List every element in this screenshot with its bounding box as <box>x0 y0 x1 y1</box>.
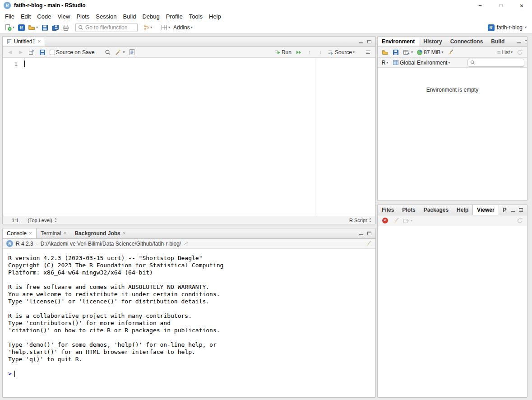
filetype-selector[interactable]: R Script <box>349 218 372 223</box>
menu-item[interactable]: Tools <box>186 11 206 22</box>
open-directory-icon[interactable] <box>184 241 189 246</box>
line-number: 1 <box>3 60 18 68</box>
tab-console[interactable]: Console × <box>3 228 37 238</box>
language-selector[interactable]: R ▾ <box>380 58 389 68</box>
console-tabbar: Console × Terminal × Background Jobs × <box>3 228 375 239</box>
run-button[interactable]: Run <box>273 47 292 57</box>
source-on-save-label: Source on Save <box>56 49 94 56</box>
tab-files[interactable]: Files <box>378 205 398 215</box>
project-menu-button[interactable]: R fatih-r-blog ▾ <box>488 24 528 31</box>
menu-bar: FileEditCodeViewPlotsSessionBuildDebugPr… <box>0 11 532 22</box>
tab-viewer[interactable]: Viewer <box>472 205 499 215</box>
popout-icon <box>28 49 35 55</box>
maximize-pane-icon[interactable] <box>367 40 371 43</box>
maximize-button[interactable]: □ <box>490 0 511 11</box>
tab-presentation[interactable]: Presentation <box>499 205 507 215</box>
tab-history[interactable]: History <box>419 37 446 47</box>
console-prompt-line[interactable]: > <box>3 370 375 377</box>
scope-selector[interactable]: (Top Level) <box>28 218 57 223</box>
source-on-save-checkbox[interactable]: Source on Save <box>49 47 95 57</box>
import-dataset-button[interactable]: ▾ <box>402 47 414 57</box>
menu-item[interactable]: File <box>2 11 18 22</box>
menu-item[interactable]: Plots <box>73 11 93 22</box>
popout-button[interactable] <box>27 47 36 57</box>
stop-viewer-button[interactable]: × <box>380 216 389 226</box>
back-button[interactable]: ◀ <box>5 47 14 57</box>
environment-pane: Environment History Connections Build Gi… <box>377 36 527 201</box>
tab-git[interactable]: Git <box>509 37 513 47</box>
find-replace-button[interactable] <box>103 47 112 57</box>
close-icon[interactable]: × <box>29 231 32 236</box>
minimize-pane-icon[interactable] <box>517 40 521 43</box>
minimize-pane-icon[interactable] <box>359 232 363 235</box>
forward-button[interactable]: ▶ <box>16 47 25 57</box>
chevron-down-icon: ▾ <box>411 219 412 223</box>
close-icon[interactable]: × <box>37 39 41 44</box>
load-workspace-button[interactable] <box>380 47 389 57</box>
outline-button[interactable] <box>364 47 373 57</box>
source-statusbar: 1:1 (Top Level) R Script <box>3 216 375 224</box>
prev-section-button[interactable]: ↑ <box>305 47 314 57</box>
close-icon[interactable]: × <box>123 231 126 236</box>
menu-item[interactable]: Build <box>120 11 139 22</box>
rerun-button[interactable] <box>294 47 303 57</box>
menu-item[interactable]: Edit <box>18 11 34 22</box>
maximize-pane-icon[interactable] <box>519 208 523 212</box>
menu-item[interactable]: Session <box>93 11 120 22</box>
maximize-pane-icon[interactable] <box>525 40 527 43</box>
chevron-down-icon: ▾ <box>411 51 413 54</box>
minimize-pane-icon[interactable] <box>359 40 363 43</box>
tab-terminal[interactable]: Terminal × <box>37 228 70 238</box>
save-workspace-button[interactable] <box>391 47 400 57</box>
new-project-button[interactable]: R <box>17 23 26 33</box>
code-editor[interactable]: 1 <box>3 58 375 216</box>
tab-environment[interactable]: Environment <box>378 37 419 47</box>
menu-item[interactable]: View <box>54 11 73 22</box>
console-output[interactable]: R version 4.2.3 (2023-03-15 ucrt) -- "Sh… <box>3 249 375 370</box>
tab-build[interactable]: Build <box>487 37 509 47</box>
menu-item[interactable]: Profile <box>163 11 186 22</box>
menu-item[interactable]: Help <box>206 11 224 22</box>
refresh-button[interactable] <box>515 47 524 57</box>
refresh-button[interactable] <box>515 216 524 226</box>
print-button[interactable] <box>61 23 70 33</box>
clear-environment-button[interactable] <box>446 47 455 57</box>
tab-plots[interactable]: Plots <box>398 205 419 215</box>
environment-search-input[interactable] <box>477 60 522 65</box>
memory-usage-button[interactable]: 87 MiB ▾ <box>416 47 444 57</box>
list-view-label: List <box>501 49 510 56</box>
pane-layout-button[interactable]: ▾ <box>160 23 171 33</box>
code-tools-button[interactable]: ▾ <box>114 47 125 57</box>
menu-item[interactable]: Debug <box>139 11 162 22</box>
clear-console-icon[interactable] <box>365 240 372 247</box>
menu-item[interactable]: Code <box>34 11 54 22</box>
tab-packages[interactable]: Packages <box>420 205 453 215</box>
source-menu-button[interactable]: Source ▾ <box>327 47 356 57</box>
export-button[interactable]: ▾ <box>402 216 413 226</box>
list-view-button[interactable]: ≡ List ▾ <box>496 47 513 57</box>
tab-untitled1[interactable]: Untitled1 × <box>3 37 45 47</box>
tab-background-jobs[interactable]: Background Jobs × <box>70 228 130 238</box>
minimize-pane-icon[interactable] <box>511 208 515 212</box>
next-section-button[interactable]: ↓ <box>316 47 325 57</box>
environment-selector[interactable]: Global Environment ▾ <box>392 58 451 68</box>
save-button[interactable] <box>40 23 49 33</box>
clear-viewer-button[interactable] <box>391 216 400 226</box>
tab-connections[interactable]: Connections <box>446 37 487 47</box>
save-all-button[interactable] <box>51 23 60 33</box>
close-icon[interactable]: × <box>63 231 66 236</box>
addins-button[interactable]: Addins ▾ <box>172 23 194 33</box>
tab-help[interactable]: Help <box>453 205 472 215</box>
minimize-button[interactable]: − <box>470 0 490 11</box>
chevron-down-icon: ▾ <box>441 51 443 54</box>
maximize-pane-icon[interactable] <box>367 232 371 235</box>
open-file-button[interactable]: ▾ <box>27 23 39 33</box>
files-tabbar: Files Plots Packages Help Viewer Present… <box>378 205 527 215</box>
goto-file-input[interactable] <box>85 24 135 31</box>
save-button[interactable] <box>38 47 47 57</box>
console-line: Copyright (C) 2023 The R Foundation for … <box>8 262 370 269</box>
new-file-button[interactable]: ▾ <box>4 23 15 33</box>
version-control-button[interactable]: ▾ <box>143 23 153 33</box>
close-button[interactable]: × <box>511 0 532 11</box>
compile-report-button[interactable] <box>127 47 136 57</box>
